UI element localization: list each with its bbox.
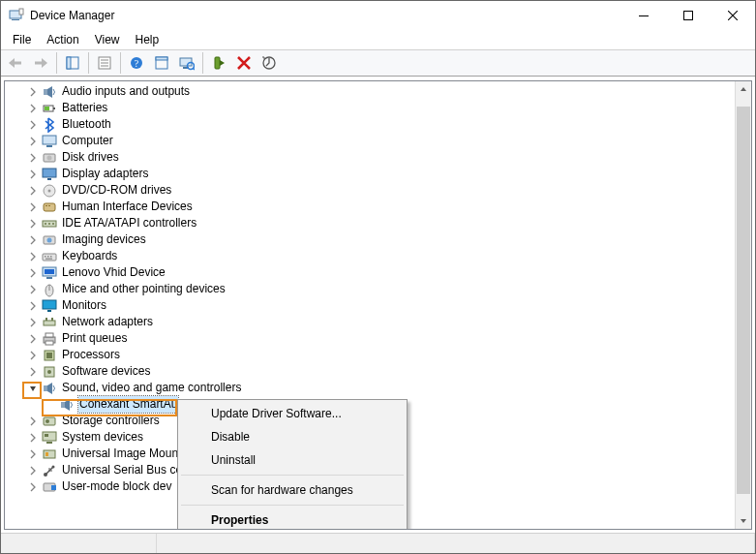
tree-item[interactable]: DVD/CD-ROM drives bbox=[5, 182, 736, 199]
chevron-right-icon[interactable] bbox=[26, 85, 40, 99]
chevron-right-icon[interactable] bbox=[26, 415, 40, 428]
svg-rect-67 bbox=[61, 402, 65, 408]
system-icon bbox=[42, 430, 57, 446]
svg-rect-6 bbox=[35, 62, 43, 65]
chevron-right-icon[interactable] bbox=[26, 102, 40, 115]
tree-item-sound-expanded[interactable]: Sound, video and game controllers bbox=[5, 380, 736, 396]
toolbar: ? bbox=[1, 49, 755, 77]
enable-button[interactable] bbox=[207, 52, 230, 74]
scroll-up-arrow[interactable] bbox=[736, 81, 751, 97]
menu-action[interactable]: Action bbox=[39, 31, 86, 48]
svg-rect-56 bbox=[44, 321, 55, 325]
tree-item[interactable]: Disk drives bbox=[5, 149, 736, 166]
chevron-right-icon[interactable] bbox=[26, 217, 40, 231]
maximize-button[interactable] bbox=[666, 1, 711, 30]
svg-rect-3 bbox=[639, 15, 649, 16]
chevron-right-icon[interactable] bbox=[26, 480, 40, 494]
update-driver-button[interactable] bbox=[257, 52, 281, 74]
chevron-right-icon[interactable] bbox=[26, 118, 40, 132]
uninstall-button[interactable] bbox=[232, 52, 256, 74]
tree-item-label: Imaging devices bbox=[61, 231, 147, 248]
tree-item-label: Storage controllers bbox=[61, 413, 161, 429]
tree-item[interactable]: Mice and other pointing devices bbox=[5, 281, 736, 297]
properties-button[interactable] bbox=[93, 52, 116, 74]
tree-item[interactable]: Keyboards bbox=[5, 248, 736, 264]
chevron-right-icon[interactable] bbox=[26, 184, 40, 198]
chevron-down-icon[interactable] bbox=[26, 382, 40, 395]
close-button[interactable] bbox=[711, 1, 755, 30]
scroll-down-arrow[interactable] bbox=[736, 513, 751, 529]
svg-point-41 bbox=[52, 223, 54, 225]
chevron-right-icon[interactable] bbox=[26, 135, 40, 148]
tree-item[interactable]: Bluetooth bbox=[5, 116, 736, 133]
disk-icon bbox=[42, 150, 57, 166]
chevron-right-icon[interactable] bbox=[26, 332, 40, 346]
usb-icon bbox=[42, 463, 57, 478]
tree-item[interactable]: Human Interface Devices bbox=[5, 199, 736, 215]
chevron-right-icon[interactable] bbox=[26, 266, 40, 280]
menu-file[interactable]: File bbox=[5, 31, 39, 48]
display-icon bbox=[42, 167, 57, 182]
tree-item[interactable]: Batteries bbox=[5, 100, 736, 116]
tree-item[interactable]: Print queues bbox=[5, 330, 736, 347]
svg-rect-47 bbox=[50, 256, 52, 258]
svg-point-30 bbox=[47, 155, 52, 160]
tree-item[interactable]: Network adapters bbox=[5, 314, 736, 330]
tree-item[interactable]: Software devices bbox=[5, 363, 736, 380]
svg-rect-50 bbox=[45, 269, 54, 274]
back-button[interactable] bbox=[4, 52, 27, 74]
tree-panel: Audio inputs and outputsBatteriesBluetoo… bbox=[4, 80, 752, 530]
chevron-right-icon[interactable] bbox=[26, 316, 40, 329]
ctx-properties[interactable]: Properties bbox=[180, 508, 405, 530]
svg-rect-55 bbox=[47, 310, 51, 312]
tree-item-label: User-mode block dev bbox=[61, 478, 172, 495]
chevron-right-icon[interactable] bbox=[26, 233, 40, 247]
chevron-right-icon[interactable] bbox=[26, 365, 40, 379]
chevron-right-icon[interactable] bbox=[26, 250, 40, 263]
forward-button[interactable] bbox=[29, 52, 52, 74]
ctx-disable[interactable]: Disable bbox=[180, 425, 405, 448]
tree-item-label: Lenovo Vhid Device bbox=[61, 264, 166, 281]
ctx-uninstall[interactable]: Uninstall bbox=[180, 448, 405, 472]
speaker-icon bbox=[59, 397, 75, 413]
svg-rect-74 bbox=[45, 452, 48, 456]
svg-rect-60 bbox=[45, 333, 53, 337]
chevron-right-icon[interactable] bbox=[26, 283, 40, 296]
minimize-button[interactable] bbox=[621, 1, 666, 30]
scroll-track[interactable] bbox=[736, 97, 751, 513]
show-hide-console-tree-button[interactable] bbox=[61, 52, 84, 74]
menu-help[interactable]: Help bbox=[128, 31, 167, 48]
ctx-update-driver[interactable]: Update Driver Software... bbox=[180, 402, 405, 425]
chevron-right-icon[interactable] bbox=[26, 151, 40, 165]
tree-item[interactable]: Display adapters bbox=[5, 166, 736, 182]
chevron-right-icon[interactable] bbox=[26, 431, 40, 445]
action-panel-button[interactable] bbox=[150, 52, 173, 74]
tree-item[interactable]: Lenovo Vhid Device bbox=[5, 264, 736, 281]
chevron-right-icon[interactable] bbox=[26, 447, 40, 461]
scan-hardware-button[interactable] bbox=[175, 52, 198, 74]
lenovo-icon bbox=[42, 265, 57, 281]
tree-item[interactable]: Computer bbox=[5, 133, 736, 149]
scroll-thumb[interactable] bbox=[737, 107, 750, 494]
chevron-right-icon[interactable] bbox=[26, 168, 40, 181]
chevron-right-icon[interactable] bbox=[26, 299, 40, 313]
svg-rect-25 bbox=[53, 108, 55, 109]
battery-icon bbox=[42, 101, 57, 116]
chevron-right-icon[interactable] bbox=[26, 349, 40, 362]
chevron-right-icon[interactable] bbox=[26, 464, 40, 477]
ctx-scan[interactable]: Scan for hardware changes bbox=[180, 478, 405, 502]
vertical-scrollbar[interactable] bbox=[735, 81, 751, 529]
tree-item-label: Display adapters bbox=[61, 166, 149, 182]
chevron-right-icon[interactable] bbox=[26, 200, 40, 214]
window-title: Device Manager bbox=[30, 9, 114, 22]
svg-rect-57 bbox=[45, 318, 47, 321]
tree-item[interactable]: IDE ATA/ATAPI controllers bbox=[5, 215, 736, 231]
tree-item[interactable]: Monitors bbox=[5, 297, 736, 314]
menu-view[interactable]: View bbox=[87, 31, 128, 48]
svg-line-20 bbox=[193, 68, 195, 70]
help-button[interactable]: ? bbox=[125, 52, 148, 74]
tree-item[interactable]: Processors bbox=[5, 347, 736, 363]
tree-item[interactable]: Imaging devices bbox=[5, 231, 736, 248]
imaging-icon bbox=[42, 232, 57, 248]
tree-item[interactable]: Audio inputs and outputs bbox=[5, 83, 736, 100]
